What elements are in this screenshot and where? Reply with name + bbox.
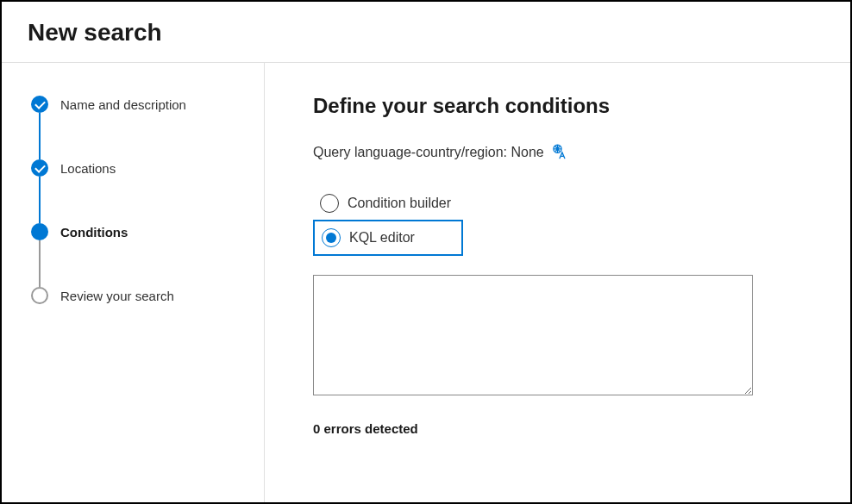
step-locations[interactable]: Locations <box>31 159 247 223</box>
editor-mode-radio-group: Condition builder KQL editor <box>313 187 463 256</box>
query-language-info: Query language-country/region: None <box>313 144 802 161</box>
step-connector <box>39 113 41 159</box>
checkmark-icon <box>31 96 48 113</box>
radio-condition-builder[interactable]: Condition builder <box>313 187 463 220</box>
step-connector <box>39 240 41 287</box>
step-label: Review your search <box>60 289 174 303</box>
step-conditions[interactable]: Conditions <box>31 223 247 287</box>
step-connector <box>39 177 41 223</box>
pending-step-icon <box>31 287 48 304</box>
step-label: Name and description <box>60 97 186 112</box>
wizard-sidebar: Name and description Locations Condition… <box>2 63 265 502</box>
translate-icon[interactable] <box>551 144 568 161</box>
radio-kql-editor[interactable]: KQL editor <box>313 220 463 256</box>
main-panel: Define your search conditions Query lang… <box>265 63 850 502</box>
radio-label: Condition builder <box>348 196 451 211</box>
query-language-label: Query language-country/region: None <box>313 145 544 160</box>
radio-label: KQL editor <box>349 230 415 246</box>
step-review-your-search[interactable]: Review your search <box>31 287 247 304</box>
radio-icon <box>322 228 341 247</box>
page-title: New search <box>28 19 824 47</box>
main-heading: Define your search conditions <box>313 94 802 118</box>
header: New search <box>2 2 850 63</box>
step-list: Name and description Locations Condition… <box>31 96 247 304</box>
radio-icon <box>320 194 339 213</box>
kql-editor-textarea[interactable] <box>313 275 753 395</box>
content: Name and description Locations Condition… <box>2 63 850 502</box>
step-label: Locations <box>60 161 116 176</box>
errors-detected: 0 errors detected <box>313 421 802 436</box>
checkmark-icon <box>31 159 48 177</box>
current-step-icon <box>31 223 48 240</box>
step-name-and-description[interactable]: Name and description <box>31 96 247 159</box>
step-label: Conditions <box>60 225 128 240</box>
